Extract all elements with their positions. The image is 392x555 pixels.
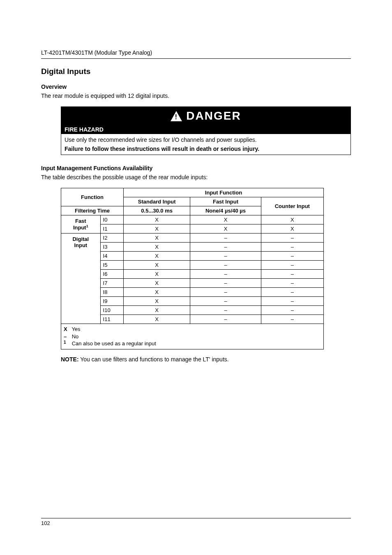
group-fast-label: Fast (75, 218, 86, 224)
cell-fast: – (190, 279, 261, 288)
cell-cnt: X (261, 215, 323, 224)
hdr-filtering-time: Filtering Time (61, 206, 124, 215)
cell-ch: I5 (100, 261, 123, 270)
table-legend: X Yes – No 1 Can also be used as a regul… (61, 324, 324, 349)
legend-text-x: Yes (71, 326, 80, 332)
hdr-input-function: Input Function (123, 188, 323, 197)
cell-std: X (123, 215, 190, 224)
danger-subheading: FIRE HAZARD (61, 125, 350, 134)
cell-cnt: – (261, 297, 323, 306)
note-text: You can use filters and functions to man… (80, 356, 228, 363)
cell-cnt: – (261, 243, 323, 252)
table-row: I9 X – – (61, 297, 324, 306)
cell-ch: I8 (100, 288, 123, 297)
cell-ch: I1 (100, 224, 123, 234)
cell-std: X (123, 270, 190, 279)
group-fast-label2: Input1 (73, 224, 88, 231)
warning-triangle-icon: ! (171, 111, 182, 121)
cell-fast: X (190, 215, 261, 224)
table-row: I4 X – – (61, 252, 324, 261)
hdr-standard: Standard Input (123, 197, 190, 206)
cell-fast: – (190, 297, 261, 306)
hdr-standard-range: 0.5...30.0 ms (123, 206, 190, 215)
group-digital-input: Digital Input (61, 234, 101, 324)
overview-text: The rear module is equipped with 12 digi… (41, 92, 351, 99)
input-function-table: Function Input Function Standard Input F… (61, 188, 324, 324)
legend-sym-one: 1 (64, 340, 70, 345)
cell-std: X (123, 261, 190, 270)
page-number: 102 (41, 520, 351, 526)
cell-fast: – (190, 306, 261, 315)
divider-top (41, 58, 351, 59)
cell-cnt: – (261, 279, 323, 288)
group-digital-label2: Input (74, 242, 87, 248)
cell-fast: – (190, 243, 261, 252)
danger-word: DANGER (186, 109, 241, 123)
table-row: I8 X – – (61, 288, 324, 297)
cell-fast: – (190, 288, 261, 297)
cell-fast: – (190, 261, 261, 270)
table-row: Fast Input1 I0 X X X (61, 215, 324, 224)
cell-std: X (123, 315, 190, 324)
cell-cnt: – (261, 252, 323, 261)
cell-std: X (123, 234, 190, 243)
table-row: I5 X – – (61, 261, 324, 270)
cell-ch: I0 (100, 215, 123, 224)
hdr-function: Function (61, 188, 124, 206)
hdr-counter: Counter Input (261, 197, 323, 215)
table-row: I11 X – – (61, 315, 324, 324)
cell-fast: – (190, 270, 261, 279)
cell-cnt: – (261, 261, 323, 270)
cell-ch: I6 (100, 270, 123, 279)
cell-cnt: – (261, 306, 323, 315)
table-row: I3 X – – (61, 243, 324, 252)
imfa-intro: The table describes the possible usage o… (41, 174, 351, 180)
cell-cnt: X (261, 224, 323, 234)
cell-std: X (123, 243, 190, 252)
danger-header: ! DANGER (61, 107, 350, 125)
cell-ch: I3 (100, 243, 123, 252)
cell-ch: I9 (100, 297, 123, 306)
cell-cnt: – (261, 288, 323, 297)
imfa-heading: Input Management Functions Availability (41, 165, 351, 171)
cell-std: X (123, 297, 190, 306)
group-fast-input: Fast Input1 (61, 215, 101, 234)
note: NOTE: You can use filters and functions … (61, 356, 351, 363)
legend-text-one: Can also be used as a regular input (72, 340, 156, 347)
legend-row: – No (64, 333, 321, 340)
cell-ch: I7 (100, 279, 123, 288)
hdr-fast-range: None/4 µs/40 µs (190, 206, 261, 215)
cell-std: X (123, 306, 190, 315)
cell-fast: – (190, 252, 261, 261)
running-head: LT-4201TM/4301TM (Modular Type Analog) (41, 49, 351, 56)
hdr-fast: Fast Input (190, 197, 261, 206)
table-row: I1 X X X (61, 224, 324, 234)
cell-cnt: – (261, 234, 323, 243)
cell-ch: I10 (100, 306, 123, 315)
overview-heading: Overview (41, 83, 351, 90)
cell-std: X (123, 279, 190, 288)
cell-fast: – (190, 234, 261, 243)
page-footer: 102 (41, 518, 351, 526)
cell-std: X (123, 224, 190, 234)
table-header-row: Function Input Function (61, 188, 324, 197)
note-label: NOTE: (61, 356, 79, 363)
cell-cnt: – (261, 315, 323, 324)
cell-cnt: – (261, 270, 323, 279)
cell-std: X (123, 252, 190, 261)
cell-ch: I2 (100, 234, 123, 243)
cell-fast: X (190, 224, 261, 234)
table-row: Digital Input I2 X – – (61, 234, 324, 243)
cell-std: X (123, 288, 190, 297)
cell-ch: I4 (100, 252, 123, 261)
legend-sym-x: X (64, 326, 70, 333)
legend-text-dash: No (72, 333, 79, 340)
danger-line1: Use only the recommended wire sizes for … (65, 136, 347, 143)
legend-sym-dash: – (64, 333, 70, 340)
legend-row: X Yes (64, 326, 321, 333)
table-row: I10 X – – (61, 306, 324, 315)
danger-line2: Failure to follow these instructions wil… (65, 146, 347, 152)
group-digital-label: Digital (72, 236, 89, 242)
table-row: I6 X – – (61, 270, 324, 279)
cell-fast: – (190, 315, 261, 324)
